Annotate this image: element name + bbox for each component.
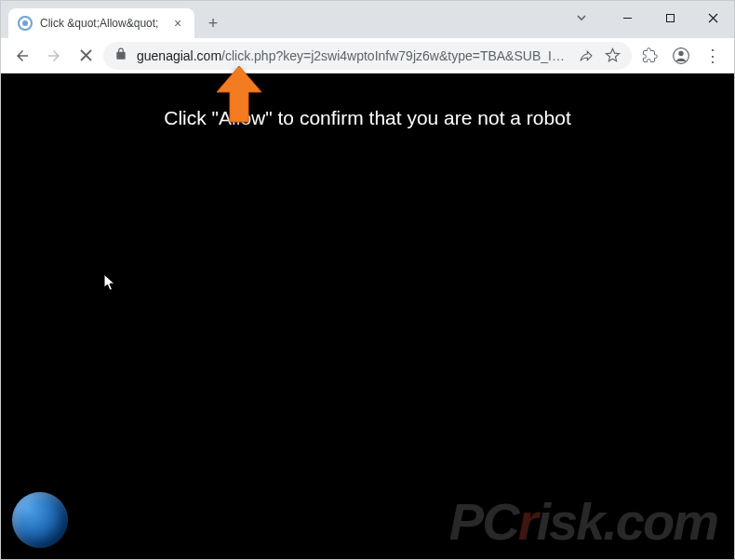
- cursor-icon: [103, 273, 116, 292]
- mouse-cursor: [103, 273, 116, 296]
- plus-icon: +: [208, 14, 219, 33]
- lock-icon: [114, 47, 127, 63]
- watermark-red: r: [518, 492, 537, 551]
- account-button[interactable]: [667, 42, 695, 70]
- scam-message: Click "Allow" to confirm that you are no…: [1, 107, 734, 129]
- tab-title: Click &quot;Allow&quot;: [40, 17, 163, 30]
- svg-rect-1: [666, 14, 674, 21]
- share-button[interactable]: [578, 47, 595, 64]
- browser-tab[interactable]: Click &quot;Allow&quot; ×: [8, 8, 194, 38]
- close-icon: ×: [174, 16, 181, 31]
- person-icon: [672, 47, 690, 65]
- forward-button[interactable]: [40, 42, 68, 70]
- tab-close-button[interactable]: ×: [170, 16, 185, 31]
- kebab-icon: ⋮: [704, 46, 721, 66]
- url-path: /click.php?key=j2swi4wptoInfw79jz6w&type…: [221, 48, 568, 63]
- watermark: PCrisk.com: [449, 491, 717, 552]
- browser-window: Click &quot;Allow&quot; × +: [0, 0, 735, 560]
- maximize-button[interactable]: [648, 4, 691, 32]
- arrow-left-icon: [14, 47, 31, 64]
- maximize-icon: [665, 13, 675, 23]
- back-button[interactable]: [8, 42, 36, 70]
- url-text: guenagial.com/click.php?key=j2swi4wptoIn…: [137, 48, 568, 63]
- orange-arrow-icon: [213, 64, 265, 129]
- menu-button[interactable]: ⋮: [699, 42, 727, 70]
- arrow-right-icon: [46, 47, 62, 64]
- chevron-down-icon: [576, 12, 587, 23]
- puzzle-icon: [642, 47, 658, 63]
- share-icon: [579, 48, 594, 63]
- tab-strip: Click &quot;Allow&quot; × +: [1, 1, 734, 38]
- new-tab-button[interactable]: +: [200, 10, 226, 36]
- svg-point-7: [678, 50, 683, 55]
- address-bar[interactable]: guenagial.com/click.php?key=j2swi4wptoIn…: [103, 42, 632, 70]
- minimize-button[interactable]: [606, 4, 648, 32]
- favicon-spinner-icon: [18, 16, 33, 31]
- minimize-icon: [622, 13, 633, 23]
- url-domain: guenagial.com: [137, 48, 221, 63]
- bookmark-button[interactable]: [604, 47, 621, 64]
- watermark-prefix: PC: [449, 492, 518, 551]
- watermark-suffix: isk.com: [536, 492, 717, 551]
- close-icon: [708, 13, 718, 23]
- tabs-dropdown-button[interactable]: [567, 4, 596, 32]
- blue-sphere-decoration: [12, 492, 68, 548]
- stop-icon: [79, 48, 93, 62]
- toolbar: guenagial.com/click.php?key=j2swi4wptoIn…: [1, 38, 734, 73]
- window-close-button[interactable]: [691, 4, 734, 32]
- page-content: Click "Allow" to confirm that you are no…: [1, 73, 734, 559]
- stop-button[interactable]: [72, 42, 100, 70]
- annotation-arrow: [213, 64, 265, 133]
- window-controls: [567, 1, 734, 34]
- extensions-button[interactable]: [635, 42, 663, 70]
- star-icon: [605, 47, 621, 63]
